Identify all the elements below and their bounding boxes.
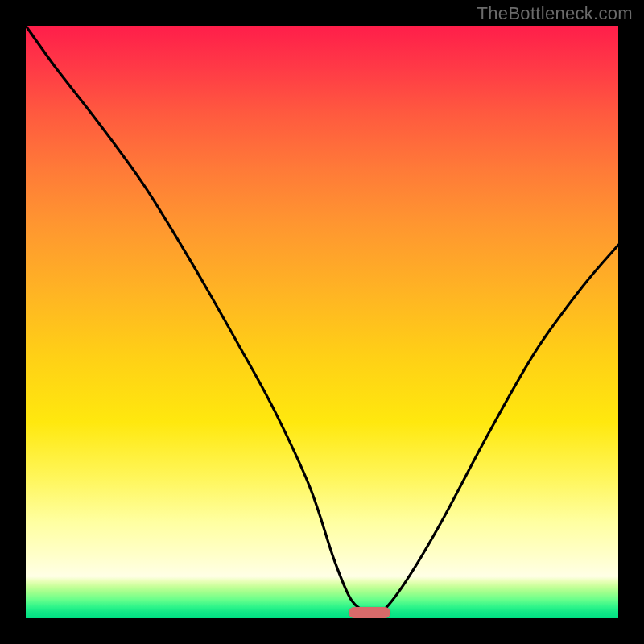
optimum-marker — [349, 607, 390, 618]
attribution-text: TheBottleneck.com — [477, 3, 633, 24]
chart-frame: TheBottleneck.com — [0, 0, 644, 644]
bottleneck-curve — [26, 26, 618, 618]
curve-path — [26, 26, 618, 615]
plot-area — [26, 26, 618, 618]
